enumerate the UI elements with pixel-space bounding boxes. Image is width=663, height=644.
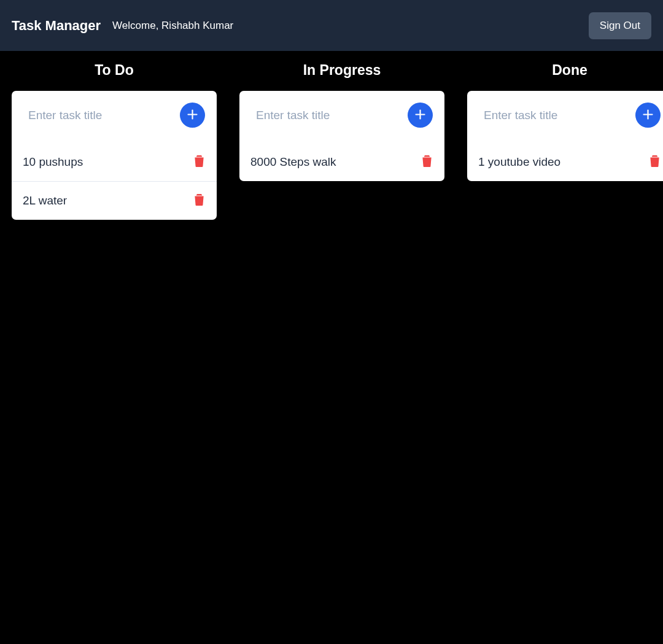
add-task-button[interactable] [408,103,433,128]
delete-task-button[interactable] [193,155,206,169]
trash-icon [194,155,204,169]
trash-icon [422,155,432,169]
task-title: 10 pushups [23,155,193,169]
column-title: Done [467,62,663,79]
task-title-input[interactable] [28,109,174,122]
task-list: 1 youtube video [467,136,663,181]
delete-task-button[interactable] [648,155,661,169]
column-title: To Do [12,62,217,79]
signout-button[interactable]: Sign Out [589,12,651,39]
add-task-button[interactable] [635,103,661,128]
column-todo: To Do 10 pushups [12,62,217,220]
task-title: 8000 Steps walk [250,155,421,169]
column-card: 1 youtube video [467,91,663,181]
task-item[interactable]: 2L water [12,181,217,220]
task-board: To Do 10 pushups [0,51,663,220]
delete-task-button[interactable] [193,194,206,208]
plus-icon [414,108,427,123]
welcome-text: Welcome, Rishabh Kumar [112,20,233,32]
plus-icon [642,108,654,123]
task-list: 10 pushups 2L water [12,136,217,220]
task-title: 1 youtube video [478,155,648,169]
add-task-button[interactable] [180,103,205,128]
task-item[interactable]: 10 pushups [12,152,217,181]
task-item[interactable]: 8000 Steps walk [239,152,444,181]
app-title: Task Manager [12,18,101,34]
column-card: 8000 Steps walk [239,91,444,181]
task-item[interactable]: 1 youtube video [467,152,663,181]
add-task-row [467,91,663,136]
task-title-input[interactable] [256,109,401,122]
app-header: Task Manager Welcome, Rishabh Kumar Sign… [0,0,663,51]
trash-icon [649,155,660,169]
column-in-progress: In Progress 8000 Steps walk [239,62,444,220]
delete-task-button[interactable] [421,155,433,169]
task-title-input[interactable] [484,109,629,122]
add-task-row [12,91,217,136]
task-list: 8000 Steps walk [239,136,444,181]
column-card: 10 pushups 2L water [12,91,217,220]
task-title: 2L water [23,194,193,208]
add-task-row [239,91,444,136]
trash-icon [194,194,204,208]
plus-icon [186,108,199,123]
column-done: Done 1 youtube video [467,62,663,220]
column-title: In Progress [239,62,444,79]
